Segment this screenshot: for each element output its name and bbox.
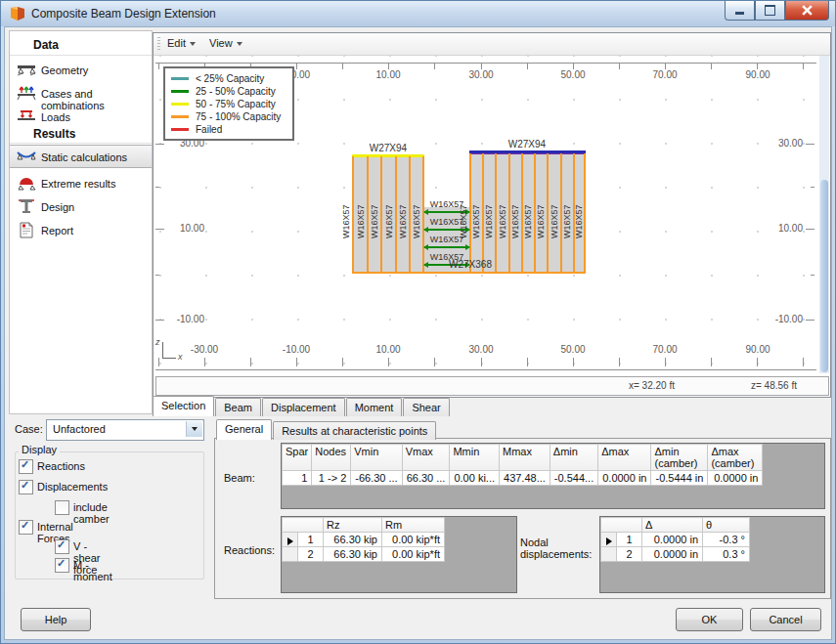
cell[interactable]: 1 xyxy=(283,471,312,486)
cell[interactable]: 1 xyxy=(298,533,324,547)
checkbox-label[interactable]: Displacements xyxy=(37,481,108,493)
column-header[interactable]: Mmin xyxy=(450,445,500,471)
beam-line[interactable] xyxy=(422,156,424,274)
column-header[interactable]: Rz xyxy=(324,518,382,533)
column-header[interactable]: Δmin xyxy=(550,445,597,471)
toolbar-grip[interactable] xyxy=(157,37,160,51)
internal-forces-checkbox[interactable] xyxy=(19,520,33,535)
beam-label: W16X57 xyxy=(498,188,507,238)
help-button[interactable]: Help xyxy=(21,608,91,631)
cell[interactable]: 2 xyxy=(298,547,324,562)
beam-line[interactable] xyxy=(352,156,354,274)
column-header[interactable]: Vmax xyxy=(402,445,450,471)
column-header[interactable]: Nodes xyxy=(312,445,351,471)
shear-force-checkbox[interactable] xyxy=(55,539,69,554)
sidebar-item-design[interactable]: Design xyxy=(10,195,152,219)
cell[interactable]: 1 xyxy=(617,533,642,547)
beam-line-green[interactable] xyxy=(424,246,469,248)
ok-button[interactable]: OK xyxy=(676,608,743,631)
case-dropdown[interactable]: Unfactored xyxy=(46,419,204,441)
beam-line[interactable] xyxy=(409,156,411,274)
row-selector[interactable] xyxy=(283,533,298,547)
column-header[interactable]: Δmin (camber) xyxy=(651,445,708,471)
row-selector[interactable] xyxy=(601,533,617,547)
sidebar-item-static-calculations[interactable]: Static calculations xyxy=(10,145,152,168)
sidebar-item-geometry[interactable]: Geometry xyxy=(10,59,152,82)
sidebar-item-extreme-results[interactable]: Extreme results xyxy=(10,172,152,195)
tab-moment[interactable]: Moment xyxy=(346,398,403,416)
row-selector[interactable] xyxy=(283,547,298,562)
cell[interactable]: -66.30 ... xyxy=(351,471,402,486)
menu-view[interactable]: View xyxy=(209,37,242,49)
beam-line[interactable] xyxy=(367,156,369,274)
sidebar-item-cases[interactable]: Cases and combinations xyxy=(10,82,152,106)
cell[interactable]: -0.544... xyxy=(550,471,597,486)
cell[interactable]: 66.30 ... xyxy=(402,471,450,486)
cell[interactable]: 0.00 ki... xyxy=(450,471,500,486)
model-viewport[interactable]: Edit View -10.00 10.00 30.00 50.00 70.00… xyxy=(153,32,831,398)
tab-beam[interactable]: Beam xyxy=(215,398,261,416)
table-row[interactable]: 2 0.0000 in 0.3 ° xyxy=(601,547,750,562)
cancel-button[interactable]: Cancel xyxy=(750,608,821,631)
cell[interactable]: -0.5444 in xyxy=(651,471,708,486)
minimize-button[interactable] xyxy=(725,1,755,21)
maximize-button[interactable] xyxy=(755,1,785,21)
column-header[interactable]: θ xyxy=(703,518,750,533)
column-header[interactable]: Δ xyxy=(642,518,703,533)
beam-line[interactable] xyxy=(395,156,397,274)
column-header[interactable]: Vmin xyxy=(351,445,402,471)
cell[interactable]: 0.0000 in xyxy=(642,547,703,562)
tab-displacement[interactable]: Displacement xyxy=(262,398,345,416)
beam-line[interactable] xyxy=(584,153,586,274)
checkbox-label[interactable]: Reactions xyxy=(37,460,85,472)
dropdown-button[interactable] xyxy=(186,421,202,437)
reactions-checkbox[interactable] xyxy=(19,459,33,474)
table-header-row: Spar Nodes Vmin Vmax Mmin Mmax Δmin Δmax… xyxy=(283,445,763,471)
sidebar-item-report[interactable]: Report xyxy=(10,219,152,242)
column-header[interactable]: Δmax xyxy=(598,445,651,471)
cell[interactable]: 0.3 ° xyxy=(703,547,750,562)
tab-selection[interactable]: Selection xyxy=(153,396,214,416)
cell[interactable]: 0.0000 in xyxy=(598,471,651,486)
tab-shear[interactable]: Shear xyxy=(403,398,449,416)
cell[interactable]: 0.0000 in xyxy=(642,533,703,547)
separator xyxy=(10,55,152,56)
sidebar-item-loads[interactable]: Loads xyxy=(10,106,152,129)
cursor-x-coordinate: x= 32.20 ft xyxy=(629,380,675,391)
cell[interactable]: 0.00 kip*ft xyxy=(382,547,445,562)
tab-general[interactable]: General xyxy=(216,419,272,440)
beam-line[interactable] xyxy=(380,156,382,274)
column-header[interactable]: Mmax xyxy=(500,445,550,471)
girder-top-left[interactable] xyxy=(352,154,424,157)
row-selector[interactable] xyxy=(601,547,617,562)
sidebar-item-label: Report xyxy=(41,225,73,236)
checkbox-label[interactable]: include camber xyxy=(73,501,110,525)
scrollbar-thumb[interactable] xyxy=(820,180,828,372)
beam-label: W16X57 xyxy=(550,188,559,238)
column-header[interactable]: Spar xyxy=(283,445,312,471)
close-button[interactable] xyxy=(785,1,829,21)
menu-edit[interactable]: Edit xyxy=(167,37,196,49)
column-header[interactable]: Δmax (camber) xyxy=(708,445,763,471)
cell[interactable]: 0.0000 in xyxy=(708,471,763,486)
table-row[interactable]: 1 1 -> 2 -66.30 ... 66.30 ... 0.00 ki...… xyxy=(283,471,763,486)
vertical-scrollbar[interactable] xyxy=(819,56,829,373)
tab-results-characteristic-points[interactable]: Results at characteristic points xyxy=(273,421,436,440)
cell[interactable]: 0.00 kip*ft xyxy=(382,533,445,547)
cell[interactable]: -0.3 ° xyxy=(703,533,750,547)
moment-checkbox[interactable] xyxy=(55,558,69,573)
column-header[interactable]: Rm xyxy=(382,518,445,533)
beam-line[interactable] xyxy=(495,153,497,274)
displacements-checkbox[interactable] xyxy=(19,480,33,494)
cell[interactable]: 437.48... xyxy=(500,471,550,486)
checkbox-label[interactable]: M - moment xyxy=(73,559,112,582)
cell[interactable]: 66.30 kip xyxy=(324,547,382,562)
table-row[interactable]: 1 0.0000 in -0.3 ° xyxy=(601,533,750,547)
cell[interactable]: 1 -> 2 xyxy=(312,471,351,486)
cell[interactable]: 66.30 kip xyxy=(324,533,382,547)
cell[interactable]: 2 xyxy=(617,547,642,562)
beam-line[interactable] xyxy=(547,153,549,274)
table-row[interactable]: 2 66.30 kip 0.00 kip*ft xyxy=(283,547,445,562)
include-camber-checkbox[interactable] xyxy=(55,500,69,515)
table-row[interactable]: 1 66.30 kip 0.00 kip*ft xyxy=(283,533,445,547)
